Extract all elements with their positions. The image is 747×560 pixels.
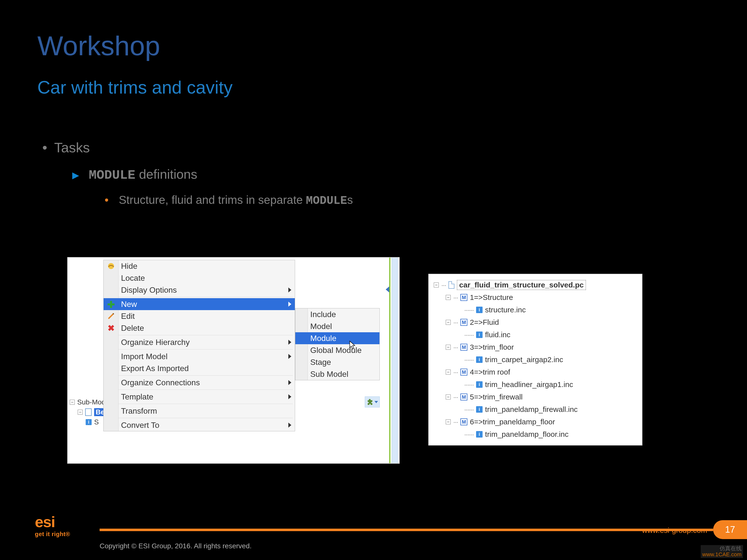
submenu-arrow-icon (288, 423, 291, 428)
context-menu: HideLocateDisplay OptionsNewEditDelete✖O… (103, 260, 295, 431)
menu-separator (119, 418, 293, 418)
tree-node[interactable]: −···car_fluid_trim_structure_solved.pc (432, 279, 639, 291)
tree-node-label: 3=>trim_floor (470, 343, 514, 351)
tree-expander[interactable]: − (446, 295, 451, 300)
tree-node[interactable]: −···M4=>trim roof (432, 366, 639, 378)
slide-title: Workshop (37, 30, 160, 61)
submenu-item-global-module[interactable]: Global Module (295, 344, 380, 356)
menu-item-label: Organize Connections (121, 378, 200, 387)
tree-node[interactable]: ······itrim_carpet_airgap2.inc (432, 353, 639, 366)
menu-item-hide[interactable]: Hide (104, 260, 295, 272)
menu-item-label: Edit (121, 312, 135, 321)
menu-separator (119, 375, 293, 376)
tree-node[interactable]: ······itrim_paneldamp_floor.inc (432, 428, 639, 441)
submenu-item-stage[interactable]: Stage (295, 356, 380, 368)
screenshot-context-menu: − Sub-Mod − Beis i S HideLocateDisplay O… (67, 257, 400, 464)
menu-item-label: Import Model (121, 352, 168, 361)
submenu-arrow-icon (288, 354, 291, 359)
tree-root-label[interactable]: Sub-Mod (77, 398, 106, 406)
menu-separator (119, 349, 293, 349)
module-icon: M (460, 369, 467, 376)
tree-node[interactable]: ······itrim_paneldamp_firewall.inc (432, 403, 639, 416)
slide-subtitle: Car with trims and cavity (37, 77, 233, 98)
submenu-item-include[interactable]: Include (295, 309, 380, 320)
tree-expander[interactable]: − (434, 283, 439, 288)
tree-node-label: trim_carpet_airgap2.inc (485, 355, 563, 364)
copyright-text: Copyright © ESI Group, 2016. All rights … (100, 542, 252, 550)
submenu-item-sub-model[interactable]: Sub Model (295, 368, 380, 380)
menu-item-organize-connections[interactable]: Organize Connections (104, 377, 295, 389)
tree-node[interactable]: −···M5=>trim_firewall (432, 391, 639, 403)
tree-connector: ······ (464, 405, 473, 414)
tree-item-label[interactable]: S (94, 418, 99, 426)
tree-node-label: trim_headliner_airgap1.inc (485, 380, 573, 389)
document-icon (448, 281, 455, 289)
menu-item-delete[interactable]: Delete✖ (104, 322, 295, 334)
tree-node[interactable]: −···M6=>trim_paneldamp_floor (432, 416, 639, 428)
tree-expander[interactable]: − (446, 370, 451, 375)
tree-expander[interactable]: − (446, 320, 451, 325)
menu-separator (119, 404, 293, 404)
submenu-arrow-icon (288, 288, 291, 292)
tree-node[interactable]: −···M1=>Structure (432, 291, 639, 304)
module-tree: −···car_fluid_trim_structure_solved.pc−·… (432, 279, 639, 441)
tree-node[interactable]: ······ifluid.inc (432, 328, 639, 341)
esi-logo: esi get it right® (35, 513, 70, 538)
menu-item-convert-to[interactable]: Convert To (104, 419, 295, 431)
tree-expander[interactable]: − (446, 419, 451, 424)
tree-node-label: 1=>Structure (470, 293, 513, 302)
module-icon: M (460, 344, 467, 351)
menu-item-export-as-imported[interactable]: Export As Imported (104, 363, 295, 374)
bullet-structure-fluid-trims: • Structure, fluid and trims in separate… (105, 193, 353, 207)
tree-node-label: trim_paneldamp_floor.inc (485, 430, 568, 438)
tree-connector: ··· (441, 281, 446, 289)
logo-tagline: get it right® (35, 531, 70, 538)
submenu-item-model[interactable]: Model (295, 320, 380, 332)
menu-separator (119, 335, 293, 335)
tree-node[interactable]: ······itrim_headliner_airgap1.inc (432, 378, 639, 391)
menu-item-edit[interactable]: Edit (104, 310, 295, 322)
page-number-badge: 17 (713, 520, 747, 539)
tree-connector: ··· (453, 418, 458, 426)
tree-expander[interactable]: − (70, 400, 75, 405)
x-icon: ✖ (107, 324, 115, 332)
include-icon: i (476, 356, 483, 363)
collapse-arrow-icon[interactable] (386, 287, 389, 292)
footer-url: www.esi-group.com (642, 526, 707, 535)
include-icon: i (476, 406, 483, 412)
tree-node[interactable]: −···M2=>Fluid (432, 316, 639, 328)
menu-item-label: Convert To (121, 421, 159, 430)
tree-expander[interactable]: − (446, 395, 451, 399)
panel-divider (389, 258, 398, 463)
menu-item-locate[interactable]: Locate (104, 272, 295, 284)
menu-item-display-options[interactable]: Display Options (104, 284, 295, 296)
menu-item-new[interactable]: New (104, 298, 295, 310)
tree-node-label: 4=>trim roof (470, 368, 510, 376)
menu-item-label: Transform (121, 406, 157, 416)
tree-connector: ··· (453, 393, 458, 401)
menu-item-organize-hierarchy[interactable]: Organize Hierarchy (104, 336, 295, 348)
mouse-cursor-icon (349, 341, 356, 350)
tree-expander[interactable]: − (446, 345, 451, 350)
tree-node-label: structure.inc (485, 305, 526, 314)
menu-item-transform[interactable]: Transform (104, 405, 295, 417)
tree-node-label: 6=>trim_paneldamp_floor (470, 418, 555, 426)
submenu-arrow-icon (288, 302, 291, 306)
menu-item-import-model[interactable]: Import Model (104, 350, 295, 363)
tree-connector: ······ (464, 330, 473, 339)
menu-item-label: New (121, 300, 137, 309)
plugin-dropdown[interactable] (365, 397, 380, 407)
tree-node[interactable]: ······istructure.inc (432, 304, 639, 316)
menu-separator (119, 390, 293, 390)
tree-node-label: 5=>trim_firewall (470, 393, 523, 401)
tree-expander[interactable]: − (78, 410, 83, 415)
tree-node[interactable]: −···M3=>trim_floor (432, 341, 639, 353)
menu-item-label: Locate (121, 273, 145, 283)
submenu-item-module[interactable]: Module (295, 332, 380, 344)
tree-connector: ······ (464, 355, 473, 364)
menu-item-template[interactable]: Template (104, 391, 295, 403)
include-icon: i (476, 306, 483, 313)
plus-icon (107, 300, 115, 308)
hide-icon (107, 262, 115, 270)
tree-connector: ··· (453, 293, 458, 302)
